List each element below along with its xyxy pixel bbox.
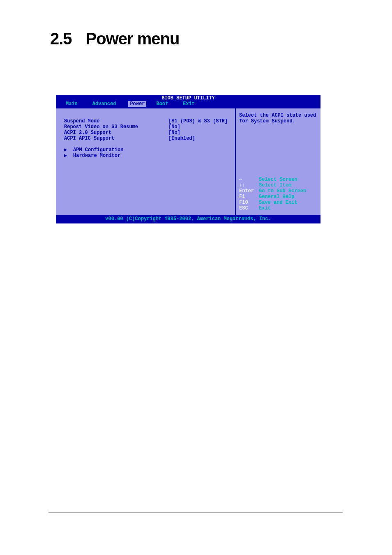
heading-number: 2.5 bbox=[50, 30, 72, 48]
menu-main[interactable]: Main bbox=[56, 101, 83, 107]
key-desc: Select Screen bbox=[259, 177, 297, 182]
setting-value: [Enabled] bbox=[168, 136, 195, 141]
submenu-arrow-icon: ▶ bbox=[64, 153, 73, 159]
menu-advanced[interactable]: Advanced bbox=[83, 101, 121, 107]
bios-footer: v00.00 (C)Copyright 1985-2002, American … bbox=[56, 215, 321, 223]
key-name: F1 bbox=[239, 194, 259, 200]
key-name: ↔ bbox=[239, 177, 259, 182]
page-heading: 2.5Power menu bbox=[50, 30, 179, 48]
key-row: Enter Go to Sub Screen bbox=[239, 188, 317, 194]
key-name: ↑↓ bbox=[239, 182, 259, 188]
bios-screenshot: BIOS SETUP UTILITY Main Advanced Power B… bbox=[56, 95, 321, 223]
page-footer-rule bbox=[48, 512, 343, 513]
bios-left-pane: Suspend Mode [S1 (POS) & S3 (STR] Repost… bbox=[56, 108, 236, 215]
setting-label: Suspend Mode bbox=[64, 118, 168, 124]
bios-help-text: Select the ACPI state used for System Su… bbox=[239, 113, 317, 124]
setting-label: ACPI APIC Support bbox=[64, 136, 168, 141]
key-name: F10 bbox=[239, 200, 259, 205]
heading-text: Power menu bbox=[86, 30, 180, 48]
key-desc: Exit bbox=[259, 205, 271, 211]
setting-row[interactable]: Repost Video on S3 Resume [No] bbox=[64, 124, 231, 130]
key-row: ↑↓ Select Item bbox=[239, 182, 317, 188]
setting-label: ACPI 2.0 Support bbox=[64, 130, 168, 136]
key-row: F10 Save and Exit bbox=[239, 200, 317, 205]
key-row: F1 General Help bbox=[239, 194, 317, 200]
setting-row[interactable]: Suspend Mode [S1 (POS) & S3 (STR] bbox=[64, 118, 231, 124]
submenu-arrow-icon: ▶ bbox=[64, 147, 73, 153]
setting-row[interactable]: ACPI APIC Support [Enabled] bbox=[64, 136, 231, 141]
menu-power[interactable]: Power bbox=[128, 101, 146, 107]
setting-label: Repost Video on S3 Resume bbox=[64, 124, 168, 130]
key-row: ESC Exit bbox=[239, 205, 317, 211]
bios-menubar: Main Advanced Power Boot Exit bbox=[56, 101, 321, 108]
setting-value: [No] bbox=[168, 124, 180, 130]
bios-key-legend: ↔ Select Screen ↑↓ Select Item Enter Go … bbox=[239, 177, 317, 211]
key-desc: Select Item bbox=[259, 182, 291, 188]
key-desc: Save and Exit bbox=[259, 200, 297, 205]
setting-value: [S1 (POS) & S3 (STR] bbox=[168, 118, 228, 124]
submenu-label: Hardware Monitor bbox=[73, 153, 120, 159]
bios-body: Suspend Mode [S1 (POS) & S3 (STR] Repost… bbox=[56, 108, 321, 215]
setting-value: [No] bbox=[168, 130, 180, 136]
submenu-row[interactable]: ▶ APM Configuration bbox=[64, 147, 231, 153]
key-name: Enter bbox=[239, 188, 259, 194]
key-desc: Go to Sub Screen bbox=[259, 188, 306, 194]
submenu-row[interactable]: ▶ Hardware Monitor bbox=[64, 153, 231, 159]
bios-title: BIOS SETUP UTILITY bbox=[56, 95, 321, 101]
menu-boot[interactable]: Boot bbox=[146, 101, 173, 107]
key-name: ESC bbox=[239, 205, 259, 211]
key-row: ↔ Select Screen bbox=[239, 177, 317, 182]
setting-row[interactable]: ACPI 2.0 Support [No] bbox=[64, 130, 231, 136]
submenu-label: APM Configuration bbox=[73, 147, 123, 153]
key-desc: General Help bbox=[259, 194, 294, 200]
menu-exit[interactable]: Exit bbox=[173, 101, 200, 107]
bios-right-pane: Select the ACPI state used for System Su… bbox=[236, 108, 321, 215]
